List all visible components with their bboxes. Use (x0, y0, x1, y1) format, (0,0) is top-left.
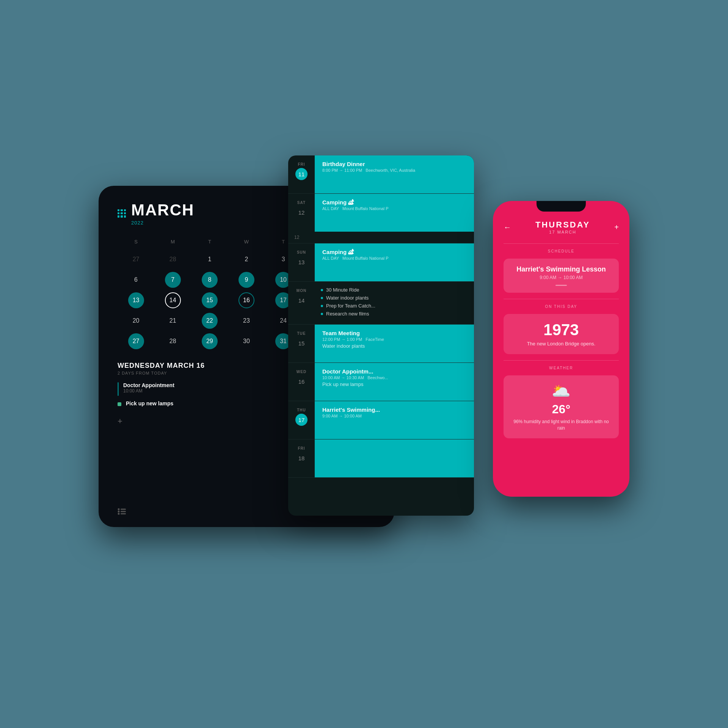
fri18-empty-strip (315, 439, 474, 477)
agenda-item-wed16[interactable]: WED 16 Doctor Appointm... 10:00 AM → 10:… (288, 363, 474, 401)
agenda-daynum-15: 15 (295, 337, 308, 349)
bullet-plants: Water indoor plants (321, 295, 468, 301)
cal-day-1[interactable]: 1 (191, 250, 228, 268)
agenda-item-sat12[interactable]: SAT 12 Camping 🏕 ALL DAY Mount Buffalo N… (288, 194, 474, 243)
weekday-w: W (228, 237, 265, 246)
cal-day-27[interactable]: 27 (118, 250, 154, 268)
event-lamps-name: Pick up new lamps (126, 400, 173, 406)
doctor-detail: 10:00 AM → 10:30 AM Beechwo... (322, 375, 468, 380)
swimming-title: Harriet's Swimming... (322, 406, 468, 413)
on-this-day-label: ON THIS DAY (504, 304, 619, 309)
grid-icon (118, 209, 126, 218)
weather-icon: 🌥️ (511, 382, 611, 400)
phone-year: 1973 (511, 321, 611, 339)
agenda-daynum-16: 16 (295, 375, 308, 388)
camping1-detail: ALL DAY Mount Buffalo National P (322, 206, 468, 211)
bullet-films: Research new films (321, 311, 468, 317)
agenda-item-fri18: FRI 18 (288, 439, 474, 478)
divider-1 (504, 243, 619, 244)
divider-2 (504, 299, 619, 299)
phone-header: ← THURSDAY 17 MARCH + (504, 220, 619, 234)
add-event-button[interactable]: + (118, 416, 122, 426)
svg-rect-3 (121, 509, 126, 510)
phone-title-center: THURSDAY 17 MARCH (535, 220, 590, 234)
agenda-daynum-11: 11 (295, 168, 308, 180)
swimming-detail: 9:00 AM → 10:00 AM (322, 414, 468, 418)
svg-point-1 (118, 511, 120, 513)
cal-day-15[interactable]: 15 (191, 291, 228, 309)
agenda-event-swimming[interactable]: Harriet's Swimming... 9:00 AM → 10:00 AM (315, 401, 474, 439)
agenda-daynum-17: 17 (295, 414, 308, 426)
agenda-daynum-18: 18 (295, 452, 308, 464)
on-this-day-card: 1973 The new London Bridge opens. (504, 314, 619, 354)
camping1-title: Camping 🏕 (322, 199, 468, 206)
month-year-group: MARCH 2022 (131, 201, 194, 226)
title-group: MARCH 2022 (118, 201, 194, 226)
cal-day-27[interactable]: 27 (118, 332, 154, 350)
svg-point-0 (118, 508, 120, 510)
phone-add-button[interactable]: + (614, 223, 619, 232)
agenda-item-fri11[interactable]: FRI 11 Birthday Dinner 8:00 PM → 11:00 P… (288, 155, 474, 194)
weekday-m: M (154, 237, 191, 246)
agenda-event-doctor[interactable]: Doctor Appointm... 10:00 AM → 10:30 AM B… (315, 363, 474, 401)
cal-day-7[interactable]: 7 (154, 271, 191, 289)
cal-day-20[interactable]: 20 (118, 312, 154, 330)
divider-3 (504, 360, 619, 361)
agenda-date-fri11: FRI 11 (288, 155, 315, 193)
phone-date: 17 MARCH (535, 230, 590, 234)
agenda-event-camping2[interactable]: Camping 🏕 ALL DAY Mount Buffalo National… (315, 243, 474, 281)
svg-point-2 (118, 513, 120, 515)
agenda-event-camping1[interactable]: Camping 🏕 ALL DAY Mount Buffalo National… (315, 194, 474, 232)
agenda-date-mon14: MON 14 (288, 282, 315, 324)
event-dot-indicator (118, 402, 121, 406)
weekday-t1: T (191, 237, 228, 246)
cal-day-28[interactable]: 28 (154, 250, 191, 268)
phone-back-button[interactable]: ← (504, 223, 511, 232)
sat-num-row: 12 (288, 232, 474, 243)
schedule-label: SCHEDULE (504, 249, 619, 253)
agenda-date-thu17: THU 17 (288, 401, 315, 439)
phone-day-name: THURSDAY (535, 220, 590, 230)
agenda-item-sun13[interactable]: SUN 13 Camping 🏕 ALL DAY Mount Buffalo N… (288, 243, 474, 282)
agenda-item-tue15[interactable]: TUE 15 Team Meeting 12:00 PM → 1:00 PM F… (288, 325, 474, 363)
agenda-item-mon14[interactable]: MON 14 30 Minute Ride Water indoor plant… (288, 282, 474, 325)
team-detail: 12:00 PM → 1:00 PM FaceTime (322, 337, 468, 342)
cal-day-29[interactable]: 29 (191, 332, 228, 350)
team-sub: Water indoor plants (322, 343, 468, 349)
agenda-item-thu17[interactable]: THU 17 Harriet's Swimming... 9:00 AM → 1… (288, 401, 474, 439)
team-title: Team Meeting (322, 330, 468, 336)
cal-day-16[interactable]: 16 (228, 291, 265, 309)
agenda-event-team[interactable]: Team Meeting 12:00 PM → 1:00 PM FaceTime… (315, 325, 474, 362)
cal-day-30[interactable]: 30 (228, 332, 265, 350)
cal-day-8[interactable]: 8 (191, 271, 228, 289)
cal-day-13[interactable]: 13 (118, 291, 154, 309)
weekday-s1: S (118, 237, 154, 246)
doctor-sub: Pick up new lamps (322, 381, 468, 387)
phone: ← THURSDAY 17 MARCH + SCHEDULE Harriet's… (493, 201, 629, 497)
cal-day-14[interactable]: 14 (154, 291, 191, 309)
cal-day-6[interactable]: 6 (118, 271, 154, 289)
agenda-daynum-13: 13 (295, 256, 308, 268)
schedule-card[interactable]: Harriet's Swimming Lesson 9:00 AM → 10:0… (504, 259, 619, 293)
bullet-prep: Prep for Team Catch... (321, 303, 468, 309)
camping2-detail: ALL DAY Mount Buffalo National P (322, 256, 468, 260)
weather-card: 🌥️ 26° 96% humidity and light wind in Br… (504, 375, 619, 438)
birthday-title: Birthday Dinner (322, 161, 468, 167)
cal-day-23[interactable]: 23 (228, 312, 265, 330)
agenda-daynum-12: 12 (295, 206, 308, 218)
event-doctor-time: 10:00 AM (123, 388, 174, 394)
list-icon[interactable] (118, 508, 126, 516)
agenda-date-tue15: TUE 15 (288, 325, 315, 362)
svg-rect-4 (121, 511, 126, 512)
cal-day-2[interactable]: 2 (228, 250, 265, 268)
agenda-date-sun13: SUN 13 (288, 243, 315, 281)
birthday-detail: 8:00 PM → 11:00 PM Beechworth, VIC, Aust… (322, 168, 468, 173)
cal-day-9[interactable]: 9 (228, 271, 265, 289)
agenda-date-wed16: WED 16 (288, 363, 315, 401)
agenda-event-birthday[interactable]: Birthday Dinner 8:00 PM → 11:00 PM Beech… (315, 155, 474, 193)
event-bar-indicator (118, 382, 119, 396)
cal-day-22[interactable]: 22 (191, 312, 228, 330)
cal-day-28[interactable]: 28 (154, 332, 191, 350)
phone-notch (537, 201, 586, 212)
cal-day-21[interactable]: 21 (154, 312, 191, 330)
